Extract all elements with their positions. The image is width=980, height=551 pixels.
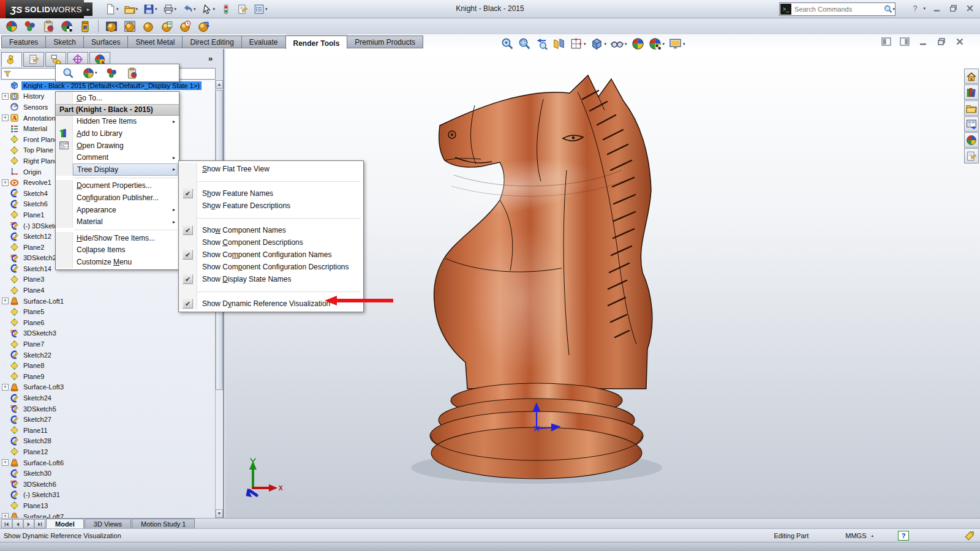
view-orientation-dropdown-icon[interactable]: ▾: [584, 42, 586, 47]
menu-item-comment[interactable]: Comment▸: [56, 151, 179, 163]
options-list-button[interactable]: ▾: [252, 2, 270, 17]
doc-tab-motion-study-1[interactable]: Motion Study 1: [132, 519, 195, 528]
menu-item-hidden-tree-items[interactable]: Hidden Tree Items▸: [56, 116, 179, 128]
feature-tree-tab-tab[interactable]: [1, 52, 22, 67]
tree-item-plane9[interactable]: Plane9: [0, 371, 216, 382]
traffic-light-button[interactable]: [219, 2, 233, 17]
next-tab-icon[interactable]: [23, 519, 34, 528]
apply-scene-button[interactable]: ▾: [649, 37, 665, 50]
tree-item-plane12[interactable]: Plane12: [0, 446, 216, 457]
units-dropdown-icon[interactable]: ▴: [871, 533, 873, 538]
save-button[interactable]: ▾: [141, 2, 159, 17]
quick-tips-button[interactable]: ?: [898, 531, 909, 541]
tab-sketch[interactable]: Sketch: [45, 36, 83, 48]
view-settings-dropdown-icon[interactable]: ▾: [683, 42, 685, 47]
menu-item-appearance[interactable]: Appearance▸: [56, 204, 179, 216]
menu-item-hide-show-tree-items[interactable]: Hide/Show Tree Items...: [56, 232, 179, 244]
menu-item-tree-display[interactable]: Tree Display▸: [56, 163, 179, 176]
tree-item-3dsketch3[interactable]: 3D3DSketch3: [0, 328, 216, 339]
tree-item-plane11[interactable]: Plane11: [0, 425, 216, 436]
checked-checkbox-icon[interactable]: ✔: [183, 225, 193, 235]
ctx-magnifier-button[interactable]: [61, 66, 76, 80]
expand-plus-icon[interactable]: +: [2, 114, 9, 121]
open-folder-button[interactable]: ▾: [123, 2, 140, 17]
menu-item-configuration-publisher[interactable]: Configuration Publisher...: [56, 192, 179, 204]
edit-appearance-button[interactable]: [631, 37, 644, 50]
undo-button[interactable]: ▾: [180, 2, 198, 17]
doc-minimize-button[interactable]: [918, 37, 929, 47]
open-folder-dropdown-icon[interactable]: ▾: [136, 7, 138, 12]
hide-show-items-button[interactable]: ▾: [611, 37, 627, 50]
scroll-down-icon[interactable]: ▼: [216, 509, 223, 518]
apply-scene-dropdown-icon[interactable]: ▾: [663, 42, 665, 47]
prev-tab-icon[interactable]: [12, 519, 23, 528]
print-button[interactable]: ▾: [161, 2, 179, 17]
paste-appearance-button[interactable]: [40, 19, 56, 34]
checked-checkbox-icon[interactable]: ✔: [183, 250, 193, 260]
tree-item-sketch30[interactable]: Sketch30: [0, 468, 216, 479]
pane-right-icon[interactable]: [899, 37, 910, 47]
tab-surfaces[interactable]: Surfaces: [83, 36, 127, 48]
expand-plus-icon[interactable]: +: [2, 384, 9, 391]
property-manager-tab-tab[interactable]: [23, 52, 44, 67]
tree-item-plane8[interactable]: Plane8: [0, 360, 216, 371]
expand-plus-icon[interactable]: +: [2, 459, 9, 466]
properties-doc-button[interactable]: [235, 2, 250, 17]
view-palette-tab[interactable]: [964, 116, 979, 132]
minimize-button[interactable]: [932, 4, 942, 13]
tree-item-surface-loft7[interactable]: +Surface-Loft7: [0, 511, 216, 518]
render-options-button[interactable]: [159, 19, 175, 34]
submenu-item-show-component-configuration-names[interactable]: ✔Show Component Configuration Names: [179, 249, 363, 261]
last-tab-icon[interactable]: [34, 519, 45, 528]
submenu-item-show-flat-tree-view[interactable]: Show Flat Tree View: [179, 163, 363, 175]
menu-item-customize-menu[interactable]: Customize Menu: [56, 256, 179, 268]
first-tab-icon[interactable]: [1, 519, 12, 528]
save-dropdown-icon[interactable]: ▾: [155, 7, 157, 12]
panel-overflow-chevron[interactable]: »: [208, 54, 213, 63]
checked-checkbox-icon[interactable]: ✔: [183, 274, 193, 284]
ctx-appearance-ball-button[interactable]: ▾: [81, 66, 99, 80]
search-icon[interactable]: [884, 4, 892, 14]
tree-item-plane6[interactable]: Plane6: [0, 317, 216, 328]
tree-item-3dsketch5[interactable]: 3D3DSketch5: [0, 403, 216, 414]
final-render-button[interactable]: [140, 19, 156, 34]
display-style-dropdown-icon[interactable]: ▾: [605, 42, 607, 47]
tree-item-sketch22[interactable]: Sketch22: [0, 350, 216, 361]
decal-jar-button[interactable]: [77, 19, 93, 34]
tag-icon[interactable]: [964, 530, 975, 541]
recall-render-button[interactable]: [195, 19, 211, 34]
appearance-checker-button[interactable]: [59, 19, 75, 34]
appearances-pane-tab[interactable]: [964, 132, 979, 148]
view-settings-button[interactable]: ▾: [669, 37, 685, 50]
search-commands-box[interactable]: >_ ▾: [779, 2, 895, 16]
doc-tab-3d-views[interactable]: 3D Views: [85, 519, 131, 528]
appearances-button[interactable]: [22, 19, 38, 34]
doc-tab-model[interactable]: Model: [46, 519, 84, 528]
submenu-item-show-feature-descriptions[interactable]: Show Feature Descriptions: [179, 200, 363, 212]
close-button[interactable]: [965, 4, 975, 13]
submenu-item-show-component-names[interactable]: ✔Show Component Names: [179, 224, 363, 236]
pane-left-icon[interactable]: [881, 37, 892, 47]
submenu-item-show-component-descriptions[interactable]: Show Component Descriptions: [179, 236, 363, 249]
tree-item-sketch24[interactable]: Sketch24: [0, 392, 216, 403]
menu-item-add-to-library[interactable]: Add to Library: [56, 127, 179, 140]
expand-plus-icon[interactable]: +: [2, 93, 9, 100]
menu-item-go-to[interactable]: Go To...: [56, 92, 179, 104]
ctx-dropdown-icon[interactable]: ▾: [95, 70, 97, 75]
menu-item-document-properties[interactable]: Document Properties...: [56, 180, 179, 192]
tree-item-sketch28[interactable]: Sketch28: [0, 436, 216, 447]
section-view-button[interactable]: [552, 37, 565, 50]
submenu-item-show-feature-names[interactable]: ✔Show Feature Names: [179, 187, 363, 200]
tab-render-tools[interactable]: Render Tools: [285, 36, 347, 50]
file-explorer-tab[interactable]: [964, 100, 979, 116]
select-cursor-dropdown-icon[interactable]: ▾: [213, 7, 216, 12]
tree-item-surface-loft6[interactable]: +Surface-Loft6: [0, 457, 216, 468]
search-input[interactable]: [792, 6, 884, 13]
tab-evaluate[interactable]: Evaluate: [241, 36, 285, 48]
tab-sheet-metal[interactable]: Sheet Metal: [127, 36, 182, 48]
help-dropdown-icon[interactable]: ▾: [923, 6, 925, 11]
tree-item-plane13[interactable]: Plane13: [0, 500, 216, 511]
new-doc-button[interactable]: ▾: [103, 2, 121, 17]
resources-home-tab[interactable]: [964, 69, 979, 84]
hide-show-items-dropdown-icon[interactable]: ▾: [625, 42, 627, 47]
